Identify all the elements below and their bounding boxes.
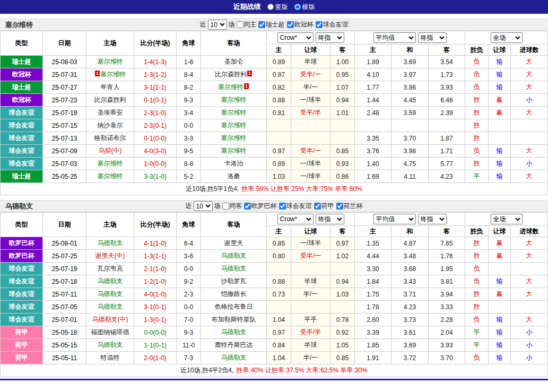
euro-away-odds: 7.65 (429, 237, 465, 250)
team-name-text: 乌德勒支 (221, 328, 247, 336)
euro-draw-odds: 4.87 (392, 237, 429, 250)
same-venue-filter[interactable]: 同主 (237, 20, 257, 29)
match-score[interactable]: 0-1(0-1) (134, 94, 177, 107)
away-team: 鹿特丹斯巴达 (201, 339, 267, 352)
same-venue-checkbox[interactable] (237, 21, 243, 28)
result-outcome: 胜 (465, 132, 489, 145)
league-badge: 欧罗巴杯 (1, 237, 43, 250)
subcol-handicap-line: 让球 (291, 45, 330, 56)
match-score[interactable]: 1-3(1-1) (134, 250, 177, 263)
layout-vertical-radio[interactable]: 竖版 (267, 3, 288, 12)
handicap-line: 受半/一 (291, 250, 330, 263)
vertical-radio-input[interactable] (267, 4, 274, 10)
handicap-away-odds (330, 119, 355, 132)
subcol-euro-draw: 和 (392, 45, 429, 56)
league-filter[interactable]: 荷兰杯 (336, 202, 363, 211)
home-team: 圣埃蒂安 (86, 107, 134, 119)
subcol-euro-away: 客 (429, 226, 465, 237)
euro-avg-select[interactable]: 平均值 (373, 214, 416, 224)
home-team: 乌德勒支(中) (86, 313, 134, 326)
section-header: 乌德勒支 近 10 场 同客 欧罗巴杯球会友谊荷甲荷兰杯 (0, 200, 548, 212)
same-venue-checkbox[interactable] (222, 203, 229, 210)
league-filter[interactable]: 球会友谊 (316, 20, 349, 29)
handicap-final-select[interactable]: 终指 (316, 32, 344, 43)
away-team: 乌德勒支 (201, 263, 267, 275)
match-row: 荷甲25-05-15乌德勒支1-1(0-1)11-0鹿特丹斯巴达0.84半球1.… (1, 339, 548, 352)
match-count-select[interactable]: 10 (194, 201, 213, 211)
match-count-select[interactable]: 10 (208, 20, 227, 30)
match-score[interactable]: 0-0(0-0) (134, 326, 177, 339)
league-badge: 瑞士超 (1, 81, 43, 94)
euro-draw-odds: 3.48 (392, 250, 429, 263)
team-name-text: 恺撒酋长 (221, 290, 247, 298)
handicap-final-select[interactable]: 终指 (316, 214, 344, 224)
match-date: 25-07-18 (43, 275, 86, 288)
league-filter-checkbox[interactable] (336, 203, 343, 210)
euro-home-odds: 3.39 (355, 326, 392, 339)
match-score[interactable]: 2-3(1-0) (134, 107, 177, 119)
handicap-line: 受平/半 (291, 107, 330, 119)
bookmaker-select[interactable]: Crow* (277, 32, 314, 43)
match-score[interactable]: 1-3(0-1) (134, 313, 177, 326)
match-score[interactable]: 2-0(1-0) (134, 352, 177, 364)
subcol-goals-result: 进球数 (511, 45, 548, 56)
match-score[interactable]: 1-2(1-0) (134, 275, 177, 288)
league-badge: 球会友谊 (1, 288, 43, 301)
result-goals (511, 301, 548, 313)
match-score[interactable]: 3-3(1-0) (134, 170, 177, 183)
result-goals: 小 (511, 158, 548, 170)
result-outcome: 胜 (465, 107, 489, 119)
match-date: 25-05-18 (43, 326, 86, 339)
euro-draw-odds: 3.72 (392, 352, 429, 364)
league-filter[interactable]: 球会友谊 (279, 202, 312, 211)
match-score[interactable]: 4-0(3-0) (134, 145, 177, 158)
match-score[interactable]: 1-4(1-3) (134, 56, 177, 68)
match-score[interactable]: 1-3(1-2) (134, 68, 177, 81)
red-card-icon: 1 (95, 71, 100, 76)
match-score[interactable]: 3-1(2-1) (134, 81, 177, 94)
layout-horizontal-radio[interactable]: 横版 (294, 3, 315, 12)
match-score[interactable]: 0-1(0-0) (134, 132, 177, 145)
euro-final-select[interactable]: 终指 (418, 32, 447, 43)
col-header-type: 类型 (1, 213, 43, 237)
euro-avg-select[interactable]: 平均值 (373, 32, 416, 43)
euro-draw-odds (392, 119, 429, 132)
match-score[interactable]: 4-0(1-0) (134, 288, 177, 301)
match-score[interactable]: 1-1(0-1) (134, 339, 177, 352)
handicap-away-odds: 1.01 (330, 107, 355, 119)
league-filter[interactable]: 瑞士超 (258, 20, 285, 29)
euro-final-select[interactable]: 终指 (418, 214, 447, 224)
league-filter-checkbox[interactable] (314, 203, 321, 210)
league-filter-checkbox[interactable] (279, 203, 286, 210)
team-name-text: 色格拉布鲁日 (215, 303, 253, 310)
euro-home-odds: 1.75 (355, 288, 392, 301)
horizontal-radio-input[interactable] (294, 4, 301, 10)
fulltime-select[interactable]: 全场 (491, 214, 523, 224)
league-filter-checkbox[interactable] (258, 21, 265, 28)
league-filter[interactable]: 欧罗巴杯 (244, 202, 277, 211)
league-filter[interactable]: 欧冠杯 (287, 20, 314, 29)
fulltime-select[interactable]: 全场 (491, 32, 523, 43)
home-team: 塞尔维特 (86, 158, 134, 170)
match-score[interactable]: 2-1(1-0) (134, 263, 177, 275)
subcol-handicap-away: 客 (330, 45, 355, 56)
league-filter[interactable]: 荷甲 (314, 202, 334, 211)
same-venue-filter[interactable]: 同客 (222, 202, 242, 211)
handicap-away-odds: 0.85 (330, 352, 355, 364)
bookmaker-select[interactable]: Crow* (277, 214, 314, 224)
euro-away-odds: 3.94 (429, 288, 465, 301)
league-filter-checkbox[interactable] (287, 21, 294, 28)
euro-home-odds: 1.77 (355, 81, 392, 94)
team-name-text: 塞尔维特 (98, 58, 123, 65)
corner-score: 3-3 (177, 132, 201, 145)
result-handicap: 输 (489, 158, 511, 170)
euro-draw-odds: 3.68 (392, 263, 429, 275)
match-score[interactable]: 2-3(0-1) (134, 119, 177, 132)
result-handicap: 输 (489, 56, 511, 68)
league-filter-checkbox[interactable] (316, 21, 323, 28)
match-score[interactable]: 4-1(1-0) (134, 237, 177, 250)
match-score[interactable]: 3-1(0-1) (134, 301, 177, 313)
euro-away-odds: 3.93 (429, 81, 465, 94)
league-filter-checkbox[interactable] (244, 203, 251, 210)
match-score[interactable]: 1-0(0-0) (134, 158, 177, 170)
